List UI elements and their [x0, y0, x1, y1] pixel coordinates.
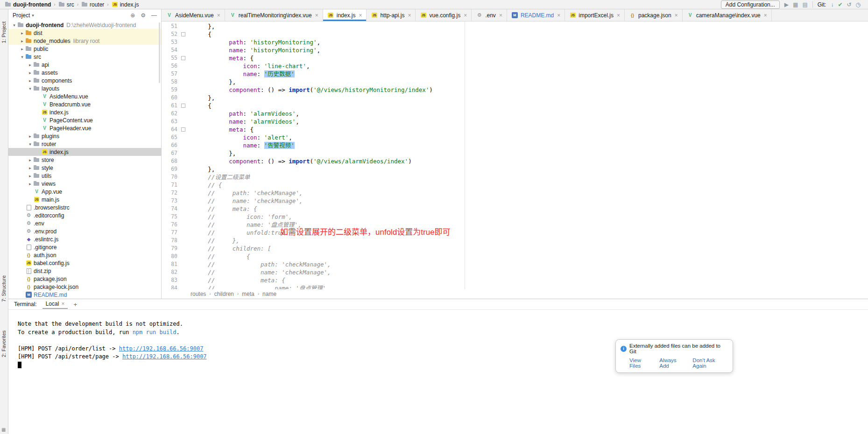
- editor-breadcrumb-item-children[interactable]: children: [214, 291, 234, 297]
- tab-http-api.js[interactable]: http-api.js×: [367, 9, 416, 21]
- tree-item-api[interactable]: ▸api: [8, 61, 161, 69]
- tree-item-.env.prod[interactable]: .env.prod: [8, 227, 161, 235]
- tree-item-views[interactable]: ▸views: [8, 180, 161, 188]
- tree-item-index.js[interactable]: index.js: [8, 108, 161, 116]
- close-icon[interactable]: ×: [408, 12, 411, 19]
- close-icon[interactable]: ×: [217, 12, 220, 19]
- stripe-project-button[interactable]: 1: Project: [1, 21, 7, 43]
- tab-package.json[interactable]: package.json×: [625, 9, 683, 21]
- profiler-icon[interactable]: ▤: [802, 2, 807, 7]
- tree-item-utils[interactable]: ▸utils: [8, 172, 161, 180]
- tree-closed-arrow-icon[interactable]: ▸: [27, 70, 33, 75]
- stripe-favorites-button[interactable]: 2: Favorites: [1, 330, 7, 357]
- fold-icon[interactable]: [179, 30, 187, 38]
- breadcrumb-item-index.js[interactable]: index.js: [111, 1, 140, 8]
- tree-item-.editorconfig[interactable]: .editorconfig: [8, 211, 161, 219]
- close-icon[interactable]: ×: [464, 12, 467, 19]
- tree-closed-arrow-icon[interactable]: ▸: [27, 182, 33, 186]
- tab-cameramanage-index.vue[interactable]: cameraManage\index.vue×: [683, 9, 772, 21]
- tree-item-breadcrumb.vue[interactable]: Breadcrumb.vue: [8, 100, 161, 108]
- editor-breadcrumb-item-meta[interactable]: meta: [242, 291, 254, 297]
- tree-item-router[interactable]: ▾router: [8, 140, 161, 148]
- tree-item-node_modules[interactable]: ▸node_moduleslibrary root: [8, 37, 161, 45]
- play-icon[interactable]: ▶: [784, 2, 789, 7]
- tree-open-arrow-icon[interactable]: ▾: [19, 55, 25, 59]
- locate-file-icon[interactable]: ⊕: [130, 12, 135, 19]
- scrollbar[interactable]: [159, 22, 160, 83]
- fold-icon[interactable]: [179, 102, 187, 110]
- terminal-output[interactable]: Note that the development build is not o…: [8, 310, 868, 369]
- code-editor[interactable]: 51 },52 {53 path: 'historyMonitoring',54…: [162, 21, 868, 289]
- tree-item-plugins[interactable]: ▸plugins: [8, 132, 161, 140]
- settings-icon[interactable]: ⚙: [141, 12, 146, 19]
- tree-closed-arrow-icon[interactable]: ▸: [27, 166, 33, 170]
- tree-item-app.vue[interactable]: App.vue: [8, 188, 161, 196]
- tab-.env[interactable]: .env×: [472, 9, 507, 21]
- terminal-link[interactable]: http://192.168.66.56:9007: [119, 345, 204, 352]
- tree-closed-arrow-icon[interactable]: ▸: [27, 63, 33, 67]
- breadcrumb-item-src[interactable]: src: [57, 1, 75, 8]
- tree-item-.gitignore[interactable]: .gitignore: [8, 243, 161, 251]
- notification-action-always-add[interactable]: Always Add: [659, 357, 685, 369]
- close-icon[interactable]: ×: [359, 12, 362, 19]
- tab-readme.md[interactable]: README.md×: [507, 9, 565, 21]
- breadcrumb-item-router[interactable]: router: [80, 1, 105, 8]
- update-project-icon[interactable]: ↓: [831, 2, 833, 7]
- tree-item-.env[interactable]: .env: [8, 219, 161, 227]
- tree-open-arrow-icon[interactable]: ▾: [27, 142, 33, 147]
- fold-icon[interactable]: [179, 54, 187, 62]
- notification-action-don-t-ask-again[interactable]: Don't Ask Again: [692, 357, 728, 369]
- history-icon[interactable]: ◷: [856, 2, 861, 7]
- tree-closed-arrow-icon[interactable]: ▸: [19, 39, 25, 43]
- tab-vue.config.js[interactable]: vue.config.js×: [416, 9, 472, 21]
- toolwindow-switcher-icon[interactable]: ▦: [1, 427, 6, 432]
- editor-breadcrumb-item-name[interactable]: name: [262, 291, 276, 297]
- rollback-icon[interactable]: ↺: [847, 2, 851, 7]
- terminal-link[interactable]: http://192.168.66.56:9007: [122, 353, 207, 360]
- tree-item-dist[interactable]: ▸dist: [8, 29, 161, 37]
- tree-item-readme.md[interactable]: README.md: [8, 291, 161, 299]
- commit-icon[interactable]: ✔: [838, 2, 842, 7]
- tree-closed-arrow-icon[interactable]: ▸: [27, 134, 33, 139]
- tree-item-pagecontent.vue[interactable]: PageContent.vue: [8, 116, 161, 124]
- tree-item-asidemenu.vue[interactable]: AsideMenu.vue: [8, 92, 161, 100]
- tab-index.js[interactable]: index.js×: [323, 9, 367, 21]
- close-icon[interactable]: ×: [764, 12, 767, 19]
- tree-open-arrow-icon[interactable]: ▾: [11, 23, 17, 28]
- hide-panel-icon[interactable]: —: [151, 12, 157, 19]
- breadcrumb-item-duoji-frontend[interactable]: duoji-frontend: [4, 1, 52, 8]
- tree-item-layouts[interactable]: ▾layouts: [8, 84, 161, 92]
- close-icon[interactable]: ×: [675, 12, 678, 19]
- tree-item-style[interactable]: ▸style: [8, 164, 161, 172]
- close-icon[interactable]: ×: [557, 12, 560, 19]
- close-icon[interactable]: ×: [61, 301, 64, 307]
- terminal-tab-local[interactable]: Local ×: [42, 300, 68, 309]
- tree-item-assets[interactable]: ▸assets: [8, 69, 161, 77]
- tree-item-package.json[interactable]: package.json: [8, 275, 161, 283]
- tree-item-auth.json[interactable]: auth.json: [8, 251, 161, 259]
- tab-asidemenu.vue[interactable]: AsideMenu.vue×: [162, 9, 225, 21]
- tree-item-src[interactable]: ▾src: [8, 53, 161, 61]
- tree-closed-arrow-icon[interactable]: ▸: [19, 47, 25, 51]
- close-icon[interactable]: ×: [315, 12, 318, 19]
- tree-item-.eslintrc.js[interactable]: .eslintrc.js: [8, 235, 161, 243]
- tree-item-package-lock.json[interactable]: package-lock.json: [8, 283, 161, 291]
- tree-item-duoji-frontend[interactable]: ▾duoji-frontendD:\zheheWeb\duoji-fronten…: [8, 21, 161, 29]
- tab-realtimemonitoring-index.vue[interactable]: realTimeMonitoring\index.vue×: [225, 9, 323, 21]
- tree-item-babel.config.js[interactable]: babel.config.js: [8, 259, 161, 267]
- new-terminal-button[interactable]: +: [73, 301, 77, 308]
- tree-closed-arrow-icon[interactable]: ▸: [27, 158, 33, 162]
- tree-item-main.js[interactable]: main.js: [8, 196, 161, 203]
- editor-breadcrumb-item-routes[interactable]: routes: [191, 291, 206, 297]
- chevron-down-icon[interactable]: ▾: [32, 13, 34, 18]
- tree-closed-arrow-icon[interactable]: ▸: [19, 31, 25, 35]
- coverage-icon[interactable]: ▦: [793, 2, 798, 7]
- tree-item-dist.zip[interactable]: dist.zip: [8, 267, 161, 275]
- add-configuration-button[interactable]: Add Configuration...: [721, 0, 780, 9]
- tree-item-.browserslistrc[interactable]: .browserslistrc: [8, 203, 161, 211]
- tree-item-components[interactable]: ▸components: [8, 77, 161, 84]
- notification-action-view-files[interactable]: View Files: [629, 357, 652, 369]
- tree-closed-arrow-icon[interactable]: ▸: [27, 78, 33, 83]
- fold-icon[interactable]: [179, 126, 187, 133]
- tab-importexcel.js[interactable]: importExcel.js×: [565, 9, 625, 21]
